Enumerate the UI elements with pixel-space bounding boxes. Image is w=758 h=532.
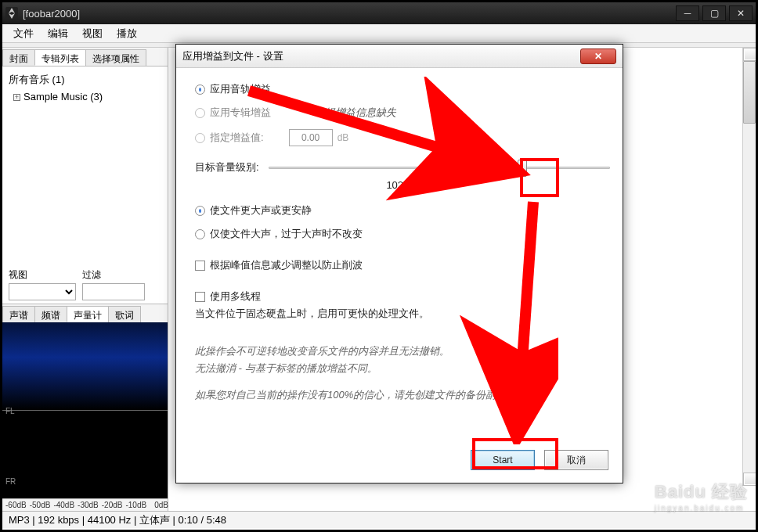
scrollbar-vertical[interactable]: ▲ ▼	[742, 48, 756, 486]
menu-file[interactable]: 文件	[7, 25, 40, 42]
main-window-titlebar: [foobar2000] ─ ▢ ✕	[2, 2, 756, 24]
tab-spectrogram[interactable]: 声谱	[2, 306, 35, 322]
db-unit: dB	[337, 132, 349, 143]
tab-cover[interactable]: 封面	[2, 49, 35, 66]
tree-root[interactable]: 所有音乐 (1)	[9, 71, 161, 88]
channel-fl-label: FL	[5, 407, 15, 415]
gain-value-input[interactable]	[289, 129, 333, 146]
tab-album-list[interactable]: 专辑列表	[34, 49, 86, 66]
status-text: MP3 | 192 kbps | 44100 Hz | 立体声 | 0:10 /…	[9, 513, 226, 527]
tab-select-props[interactable]: 选择项属性	[85, 49, 146, 66]
warning-text-3: 如果您对自己当前的操作没有100%的信心，请先创建文件的备份副本。	[195, 386, 610, 404]
scroll-thumb[interactable]	[743, 61, 756, 124]
multithread-note: 当文件位于固态硬盘上时，启用可更快的处理文件。	[195, 307, 610, 321]
cancel-button[interactable]: 取消	[544, 450, 608, 470]
dialog-close-button[interactable]: ✕	[580, 49, 616, 64]
left-pane: 封面 专辑列表 选择项属性 所有音乐 (1) + Sample Music (3…	[2, 48, 168, 511]
start-button[interactable]: Start	[471, 450, 535, 470]
vu-meter-canvas: FL FR	[2, 322, 168, 499]
radio-only-louder[interactable]: 仅使文件大声，过于大声时不改变	[195, 227, 610, 241]
menu-play[interactable]: 播放	[110, 25, 143, 42]
radio-louder-quieter[interactable]: 使文件更大声或更安静	[195, 203, 610, 217]
close-button[interactable]: ✕	[729, 5, 753, 21]
window-title: [foobar2000]	[23, 8, 676, 20]
radio-album-gain[interactable]: 应用专辑增益 专辑增益信息缺失	[195, 106, 610, 120]
checkbox-peak[interactable]: 根据峰值信息减少调整以防止削波	[195, 258, 610, 272]
warning-text-2: 无法撤消 - 与基于标签的播放增益不同。	[195, 360, 610, 377]
dialog-titlebar[interactable]: 应用增益到文件 - 设置 ✕	[176, 45, 623, 68]
tree-view[interactable]: 所有音乐 (1) + Sample Music (3)	[2, 66, 168, 265]
menu-edit[interactable]: 编辑	[42, 25, 74, 42]
radio-track-gain[interactable]: 应用音轨增益	[195, 82, 610, 96]
app-icon	[5, 7, 18, 20]
watermark: Baidu 经验 jingyan.baidu.com	[655, 480, 748, 512]
maximize-button[interactable]: ▢	[702, 5, 726, 21]
radio-icon	[195, 108, 205, 118]
checkbox-icon	[195, 261, 205, 271]
menu-view[interactable]: 视图	[76, 25, 109, 42]
statusbar: MP3 | 192 kbps | 44100 Hz | 立体声 | 0:10 /…	[2, 511, 756, 528]
expand-icon[interactable]: +	[13, 94, 20, 101]
warning-text-1: 此操作会不可逆转地改变音乐文件的内容并且无法撤销。	[195, 343, 610, 360]
slider-thumb[interactable]	[518, 160, 527, 177]
radio-icon	[195, 206, 205, 216]
radio-specify-gain[interactable]: 指定增益值: dB	[195, 129, 610, 146]
filter-row: 视图 过滤	[2, 265, 168, 304]
dialog-title: 应用增益到文件 - 设置	[182, 49, 283, 63]
album-gain-missing-note: 专辑增益信息缺失	[315, 106, 396, 120]
filter-label: 过滤	[82, 268, 145, 282]
checkbox-multithread[interactable]: 使用多线程	[195, 289, 610, 304]
visualization-area: FL FR -60dB-50dB-40dB-30dB-20dB-10dB0dB	[2, 322, 168, 512]
view-label: 视图	[9, 268, 76, 282]
apply-gain-dialog: 应用增益到文件 - 设置 ✕ 应用音轨增益 应用专辑增益 专辑增益信息缺失 指定…	[175, 44, 623, 483]
tab-lyrics[interactable]: 歌词	[108, 306, 141, 322]
radio-icon	[195, 229, 205, 239]
radio-icon	[195, 84, 205, 95]
minimize-button[interactable]: ─	[676, 5, 699, 21]
tab-spectrum[interactable]: 频谱	[34, 306, 67, 322]
target-level-label: 目标音量级别:	[195, 160, 259, 174]
tab-vu[interactable]: 声量计	[67, 306, 109, 322]
db-scale: -60dB-50dB-40dB-30dB-20dB-10dB0dB	[2, 498, 168, 511]
vis-tabs: 声谱 频谱 声量计 歌词	[2, 304, 168, 322]
target-level-value: 102 dB	[195, 179, 610, 191]
left-tabs: 封面 专辑列表 选择项属性	[2, 48, 168, 66]
menubar: 文件 编辑 视图 播放	[2, 24, 756, 43]
radio-icon	[195, 133, 205, 143]
checkbox-icon	[195, 292, 205, 302]
view-select[interactable]	[9, 283, 76, 300]
scroll-up-button[interactable]: ▲	[743, 48, 756, 61]
filter-input[interactable]	[82, 283, 145, 300]
target-level-slider[interactable]	[269, 167, 610, 169]
channel-fr-label: FR	[5, 477, 16, 486]
tree-item[interactable]: + Sample Music (3)	[9, 88, 161, 106]
